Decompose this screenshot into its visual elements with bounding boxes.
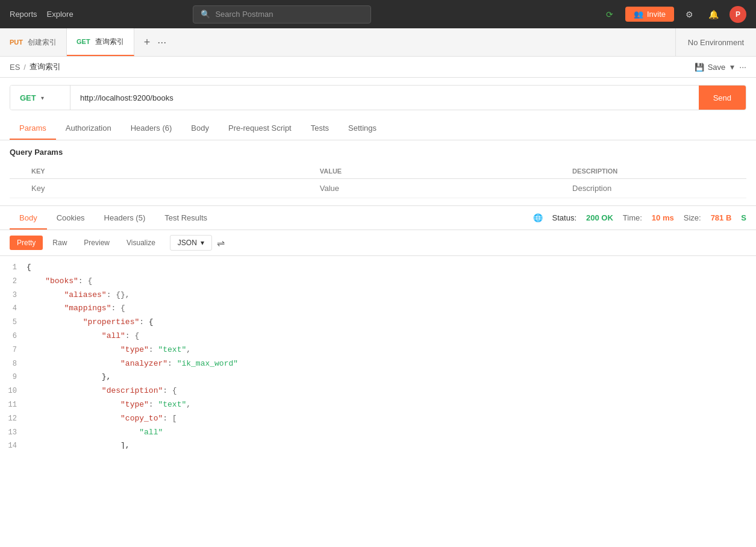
view-tab-raw[interactable]: Raw bbox=[45, 236, 74, 250]
query-params-section: Query Params KEY VALUE DESCRIPTION bbox=[0, 140, 756, 205]
list-item: 12 "copy_to": [ bbox=[0, 412, 756, 426]
status-code: 200 OK bbox=[586, 213, 613, 222]
tab-params[interactable]: Params bbox=[10, 117, 56, 140]
search-icon: 🔍 bbox=[201, 10, 210, 19]
format-select[interactable]: JSON ▾ bbox=[170, 235, 212, 251]
list-item: 5 "properties": { bbox=[0, 316, 756, 330]
line-number: 4 bbox=[5, 302, 27, 314]
line-number: 9 bbox=[5, 371, 27, 383]
breadcrumb-separator: / bbox=[23, 63, 26, 72]
resp-tab-body[interactable]: Body bbox=[10, 206, 47, 230]
param-value-input[interactable] bbox=[313, 179, 565, 198]
json-viewer: 1 { 2 "books": { 3 "aliases": {}, 4 "map… bbox=[0, 256, 756, 449]
view-tab-visualize[interactable]: Visualize bbox=[119, 236, 163, 250]
view-tab-pretty[interactable]: Pretty bbox=[10, 236, 43, 250]
line-number: 2 bbox=[5, 275, 27, 287]
notification-icon[interactable]: 🔔 bbox=[705, 6, 722, 23]
method-select[interactable]: GET ▾ bbox=[10, 86, 70, 110]
environment-selector[interactable]: No Environment bbox=[675, 28, 756, 56]
time-label: Time: bbox=[623, 213, 642, 222]
list-item: 10 "description": { bbox=[0, 384, 756, 398]
response-section: Body Cookies Headers (5) Test Results 🌐 … bbox=[0, 205, 756, 449]
line-number: 11 bbox=[5, 399, 27, 411]
search-input[interactable] bbox=[215, 10, 363, 19]
method-text: GET bbox=[20, 93, 36, 102]
settings-icon[interactable]: ⚙ bbox=[681, 6, 698, 23]
json-content: "analyzer": "ik_max_word" bbox=[27, 358, 751, 370]
resp-tab-cookies[interactable]: Cookies bbox=[47, 206, 95, 230]
json-content: ], bbox=[27, 440, 751, 449]
col-header-key: KEY bbox=[24, 164, 313, 179]
line-number: 6 bbox=[5, 330, 27, 342]
tab-query-index[interactable]: GET 查询索引 bbox=[67, 28, 134, 56]
response-status: 🌐 Status: 200 OK Time: 10 ms Size: 781 B… bbox=[533, 213, 746, 222]
json-content: "description": { bbox=[27, 385, 751, 398]
list-item: 8 "analyzer": "ik_max_word" bbox=[0, 357, 756, 371]
resp-tab-test-results[interactable]: Test Results bbox=[155, 206, 217, 230]
tab-title-query: 查询索引 bbox=[95, 37, 124, 47]
tab-authorization[interactable]: Authorization bbox=[56, 117, 121, 140]
tab-create-index[interactable]: PUT 创建索引 bbox=[0, 28, 67, 56]
resp-tab-headers[interactable]: Headers (5) bbox=[95, 206, 155, 230]
top-nav: Reports Explore bbox=[10, 7, 73, 21]
json-content: "aliases": {}, bbox=[27, 289, 751, 302]
topbar: Reports Explore 🔍 ⟳ 👥 Invite ⚙ 🔔 P bbox=[0, 0, 756, 28]
tabs-bar: PUT 创建索引 GET 查询索引 + ··· No Environment bbox=[0, 28, 756, 57]
tab-pre-request[interactable]: Pre-request Script bbox=[219, 117, 301, 140]
tab-title-create: 创建索引 bbox=[28, 37, 57, 48]
header-actions: 💾 Save ▾ ··· bbox=[695, 62, 746, 72]
json-content: "books": { bbox=[27, 275, 751, 288]
response-tabs-bar: Body Cookies Headers (5) Test Results 🌐 … bbox=[0, 206, 756, 230]
tab-headers[interactable]: Headers (6) bbox=[121, 117, 182, 140]
avatar[interactable]: P bbox=[729, 6, 746, 23]
size-value: 781 B bbox=[711, 213, 732, 222]
line-number: 1 bbox=[5, 261, 27, 274]
table-row bbox=[10, 179, 746, 198]
tab-tests[interactable]: Tests bbox=[301, 117, 339, 140]
tab-body[interactable]: Body bbox=[181, 117, 219, 140]
method-chevron-icon: ▾ bbox=[41, 95, 44, 101]
request-tabs: Params Authorization Headers (6) Body Pr… bbox=[0, 117, 756, 140]
url-input[interactable] bbox=[70, 86, 699, 110]
list-item: 13 "all" bbox=[0, 426, 756, 440]
request-header: ES / 查询索引 💾 Save ▾ ··· bbox=[0, 57, 756, 78]
response-toolbar: Pretty Raw Preview Visualize JSON ▾ ⇌ bbox=[0, 230, 756, 256]
status-label: Status: bbox=[552, 213, 576, 222]
json-content: "type": "text", bbox=[27, 399, 751, 411]
wrap-button[interactable]: ⇌ bbox=[217, 237, 225, 249]
param-desc-input[interactable] bbox=[565, 179, 746, 198]
json-content: "properties": { bbox=[27, 316, 751, 329]
list-item: 6 "all": { bbox=[0, 330, 756, 343]
more-tabs-icon: ··· bbox=[157, 36, 166, 49]
tab-settings[interactable]: Settings bbox=[339, 117, 386, 140]
invite-button[interactable]: 👥 Invite bbox=[625, 7, 674, 22]
add-tab-icon: + bbox=[144, 36, 151, 49]
line-number: 8 bbox=[5, 358, 27, 370]
params-table: KEY VALUE DESCRIPTION bbox=[10, 164, 746, 198]
save-response-icon[interactable]: S bbox=[741, 213, 746, 222]
save-label: Save bbox=[708, 63, 726, 72]
time-value: 10 ms bbox=[652, 213, 674, 222]
send-button[interactable]: Send bbox=[699, 86, 746, 110]
col-header-desc: DESCRIPTION bbox=[565, 164, 746, 179]
nav-reports[interactable]: Reports bbox=[10, 7, 37, 21]
query-params-title: Query Params bbox=[10, 148, 746, 157]
line-number: 3 bbox=[5, 289, 27, 301]
format-label: JSON bbox=[178, 239, 197, 247]
more-options-icon[interactable]: ··· bbox=[739, 62, 746, 72]
param-key-input[interactable] bbox=[24, 179, 313, 198]
tab-add-button[interactable]: + ··· bbox=[134, 28, 177, 56]
line-number: 13 bbox=[5, 427, 27, 439]
save-button[interactable]: 💾 Save bbox=[695, 63, 726, 72]
sync-icon[interactable]: ⟳ bbox=[601, 6, 618, 23]
col-header-value: VALUE bbox=[313, 164, 565, 179]
list-item: 1 { bbox=[0, 261, 756, 275]
chevron-down-icon[interactable]: ▾ bbox=[730, 62, 734, 72]
nav-explore[interactable]: Explore bbox=[47, 7, 73, 21]
json-content: "all": { bbox=[27, 330, 751, 343]
json-content: "all" bbox=[27, 427, 751, 439]
json-content: }, bbox=[27, 371, 751, 384]
url-bar: GET ▾ Send bbox=[10, 85, 746, 110]
invite-icon: 👥 bbox=[634, 10, 643, 19]
view-tab-preview[interactable]: Preview bbox=[77, 236, 117, 250]
